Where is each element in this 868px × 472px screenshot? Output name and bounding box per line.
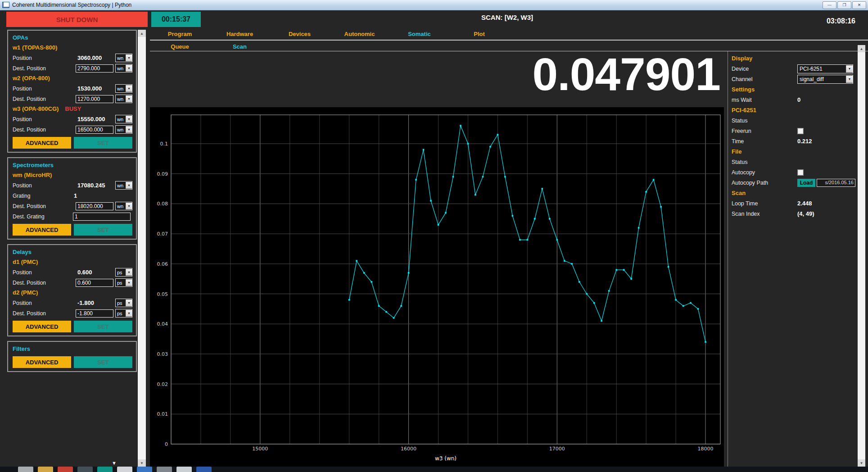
svg-text:0.06: 0.06 xyxy=(157,261,168,267)
taskbar-app-icon[interactable] xyxy=(18,467,33,472)
wm-dest-unit-dropdown[interactable]: wn▼ xyxy=(115,202,132,210)
w1-dest-label: Dest. Position xyxy=(13,65,76,72)
opas-set-button[interactable]: SET xyxy=(74,137,132,149)
delays-header: Delays xyxy=(13,247,132,257)
d2-dest-unit-dropdown[interactable]: ps▼ xyxy=(115,309,132,318)
load-button[interactable]: Load xyxy=(797,179,815,187)
chevron-down-icon[interactable]: ▼ xyxy=(846,76,853,83)
panel-scrollbar[interactable]: ▲ ▼ xyxy=(858,45,865,467)
spectrometers-advanced-button[interactable]: ADVANCED xyxy=(13,224,71,236)
freerun-checkbox[interactable] xyxy=(797,128,804,134)
w1-dest-input[interactable] xyxy=(76,64,113,73)
w3-name: w3 (OPA-800CG) xyxy=(13,105,59,112)
subtab-queue[interactable]: Queue xyxy=(150,41,210,51)
tab-plot[interactable]: Plot xyxy=(449,29,509,40)
w1-dest-unit-dropdown[interactable]: wn▼ xyxy=(115,64,132,73)
chevron-down-icon[interactable]: ▼ xyxy=(126,300,132,306)
window-title: Coherent Multidimensional Spectroscopy |… xyxy=(12,2,131,8)
filters-advanced-button[interactable]: ADVANCED xyxy=(13,356,71,368)
scan-plot[interactable]: 1500016000170001800000.010.020.030.040.0… xyxy=(150,107,724,467)
close-button[interactable]: ✕ xyxy=(852,1,866,9)
chevron-down-icon[interactable]: ▼ xyxy=(846,65,853,73)
taskbar-app-icon[interactable] xyxy=(176,467,192,472)
d2-dest-label: Dest. Position xyxy=(13,310,76,317)
d1-dest-input[interactable] xyxy=(76,279,113,287)
chevron-down-icon[interactable]: ▼ xyxy=(126,54,132,61)
taskbar-app-icon[interactable] xyxy=(137,467,152,472)
chevron-down-icon[interactable]: ▼ xyxy=(126,95,132,102)
d2-position-unit-dropdown[interactable]: ps▼ xyxy=(115,299,132,307)
w2-position-unit-dropdown[interactable]: wn▼ xyxy=(115,84,132,93)
taskbar-app-icon[interactable] xyxy=(77,467,93,472)
d1-dest-label: Dest. Position xyxy=(13,280,76,286)
minimize-button[interactable]: — xyxy=(823,1,836,9)
taskbar-app-icon[interactable] xyxy=(97,467,113,472)
chevron-down-icon[interactable]: ▼ xyxy=(126,126,132,133)
file-section-header: File xyxy=(732,146,854,157)
titlebar[interactable]: Coherent Multidimensional Spectroscopy |… xyxy=(0,0,868,10)
w3-dest-input[interactable] xyxy=(76,126,113,134)
maximize-button[interactable]: ❐ xyxy=(837,1,851,9)
taskbar-app-icon[interactable] xyxy=(157,467,172,472)
chevron-down-icon[interactable]: ▼ xyxy=(126,269,132,276)
delays-advanced-button[interactable]: ADVANCED xyxy=(13,321,71,332)
app-icon xyxy=(2,2,9,8)
wm-position-unit-dropdown[interactable]: wn▼ xyxy=(115,181,132,190)
w3-position-label: Position xyxy=(13,116,77,123)
wm-dest-label: Dest. Position xyxy=(13,203,76,209)
taskbar-app-icon[interactable] xyxy=(58,467,73,472)
device-dropdown[interactable]: PCI-6251▼ xyxy=(797,64,853,73)
chevron-down-icon[interactable]: ▼ xyxy=(126,85,132,92)
chevron-down-icon[interactable]: ▼ xyxy=(126,310,132,317)
chevron-down-icon[interactable]: ▼ xyxy=(126,182,132,189)
svg-text:0.04: 0.04 xyxy=(157,321,168,327)
shutdown-button[interactable]: SHUT DOWN xyxy=(6,12,148,27)
w2-dest-unit-dropdown[interactable]: wn▼ xyxy=(115,95,132,103)
d2-dest-input[interactable] xyxy=(76,309,113,318)
tab-autonomic[interactable]: Autonomic xyxy=(330,29,389,40)
w2-dest-input[interactable] xyxy=(76,95,113,103)
w3-position-unit-dropdown[interactable]: wn▼ xyxy=(115,115,132,123)
filters-set-button[interactable]: SET xyxy=(74,356,132,368)
windows-taskbar[interactable] xyxy=(0,467,868,472)
d1-position-unit-dropdown[interactable]: ps▼ xyxy=(115,268,132,277)
taskbar-app-icon[interactable] xyxy=(38,467,53,472)
tab-somatic[interactable]: Somatic xyxy=(389,29,449,40)
chevron-down-icon[interactable]: ▼ xyxy=(126,279,132,286)
loop-time-label: Loop Time xyxy=(732,200,797,207)
delays-set-button[interactable]: SET xyxy=(74,321,132,332)
chevron-down-icon[interactable]: ▼ xyxy=(126,65,132,72)
w2-name: w2 (OPA-800) xyxy=(13,73,132,83)
taskbar-app-icon[interactable] xyxy=(196,467,212,472)
tab-program[interactable]: Program xyxy=(150,29,210,40)
autocopy-path-field[interactable]: s/2016.05.16 xyxy=(817,179,855,187)
scroll-up-icon[interactable]: ▲ xyxy=(138,30,146,37)
opas-advanced-button[interactable]: ADVANCED xyxy=(13,137,71,149)
w3-dest-unit-dropdown[interactable]: wn▼ xyxy=(115,125,132,134)
w1-position-unit-dropdown[interactable]: wn▼ xyxy=(115,54,132,62)
filters-group: Filters ADVANCED SET xyxy=(7,341,137,372)
daq-panel: Display Device PCI-6251▼ Channel signal_… xyxy=(732,53,854,219)
taskbar-app-icon[interactable] xyxy=(117,467,132,472)
scroll-down-icon[interactable]: ▼ xyxy=(858,459,865,467)
tab-devices[interactable]: Devices xyxy=(270,29,330,40)
d1-dest-unit-dropdown[interactable]: ps▼ xyxy=(115,278,132,287)
spectrometers-group: Spectrometers wm (MicroHR) Position 1708… xyxy=(7,157,137,240)
spectrometers-set-button[interactable]: SET xyxy=(74,224,132,236)
channel-dropdown[interactable]: signal_diff▼ xyxy=(797,75,853,84)
wm-dest-input[interactable] xyxy=(76,202,113,210)
subtab-scan[interactable]: Scan xyxy=(210,41,270,51)
svg-text:0.09: 0.09 xyxy=(157,171,168,177)
chevron-down-icon[interactable]: ▼ xyxy=(126,203,132,209)
svg-text:0.01: 0.01 xyxy=(157,411,168,417)
autocopy-checkbox[interactable] xyxy=(797,169,804,176)
w1-name: w1 (TOPAS-800) xyxy=(13,43,132,53)
wm-dest-grating-input[interactable] xyxy=(73,213,131,221)
wm-grating-value: 1 xyxy=(74,192,132,199)
chevron-down-icon[interactable]: ▼ xyxy=(126,116,132,123)
sidebar-scrollbar[interactable]: ▲ ▼ xyxy=(138,30,146,467)
w3-position-value: 15550.000 xyxy=(77,116,115,123)
scroll-down-icon[interactable]: ▼ xyxy=(138,459,146,467)
tab-hardware[interactable]: Hardware xyxy=(210,29,270,40)
scroll-up-icon[interactable]: ▲ xyxy=(858,45,865,52)
